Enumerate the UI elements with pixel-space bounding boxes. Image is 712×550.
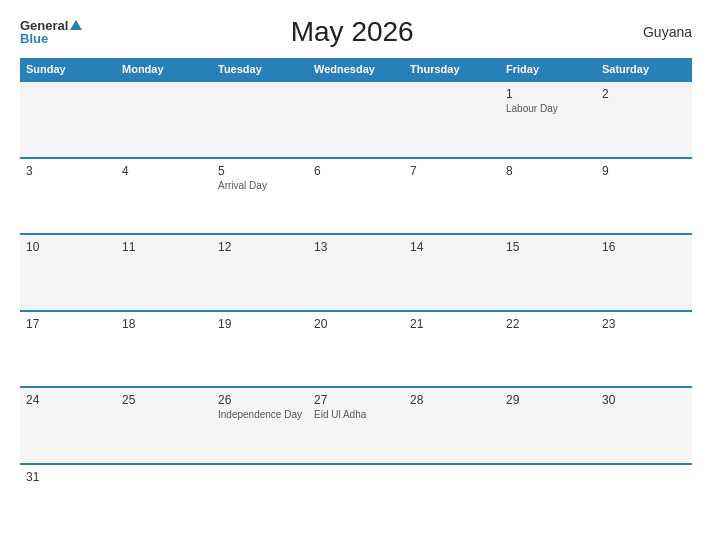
- calendar-week-row: 31: [20, 464, 692, 541]
- header-friday: Friday: [500, 58, 596, 81]
- calendar-cell: [308, 464, 404, 541]
- calendar-cell: [20, 81, 116, 158]
- day-number: 14: [410, 240, 494, 254]
- day-number: 6: [314, 164, 398, 178]
- calendar-header: General Blue May 2026 Guyana: [20, 16, 692, 48]
- calendar-cell: 10: [20, 234, 116, 311]
- calendar-cell: 5Arrival Day: [212, 158, 308, 235]
- header-saturday: Saturday: [596, 58, 692, 81]
- calendar-cell: 9: [596, 158, 692, 235]
- logo-blue-text: Blue: [20, 32, 48, 45]
- day-number: 8: [506, 164, 590, 178]
- logo: General Blue: [20, 19, 82, 45]
- calendar-week-row: 10111213141516: [20, 234, 692, 311]
- header-wednesday: Wednesday: [308, 58, 404, 81]
- calendar-page: General Blue May 2026 Guyana Sunday Mond…: [0, 0, 712, 550]
- day-number: 19: [218, 317, 302, 331]
- day-number: 3: [26, 164, 110, 178]
- calendar-cell: 25: [116, 387, 212, 464]
- day-number: 13: [314, 240, 398, 254]
- calendar-cell: [404, 464, 500, 541]
- day-number: 30: [602, 393, 686, 407]
- calendar-cell: 2: [596, 81, 692, 158]
- day-number: 2: [602, 87, 686, 101]
- calendar-week-row: 1Labour Day2: [20, 81, 692, 158]
- day-number: 24: [26, 393, 110, 407]
- calendar-cell: 14: [404, 234, 500, 311]
- header-thursday: Thursday: [404, 58, 500, 81]
- day-number: 31: [26, 470, 110, 484]
- day-number: 20: [314, 317, 398, 331]
- header-monday: Monday: [116, 58, 212, 81]
- country-name: Guyana: [622, 24, 692, 40]
- day-number: 9: [602, 164, 686, 178]
- day-number: 7: [410, 164, 494, 178]
- day-number: 12: [218, 240, 302, 254]
- day-number: 25: [122, 393, 206, 407]
- calendar-cell: 19: [212, 311, 308, 388]
- day-number: 22: [506, 317, 590, 331]
- calendar-cell: 15: [500, 234, 596, 311]
- calendar-cell: 7: [404, 158, 500, 235]
- calendar-cell: 6: [308, 158, 404, 235]
- holiday-name: Arrival Day: [218, 180, 302, 191]
- day-number: 26: [218, 393, 302, 407]
- calendar-cell: [116, 81, 212, 158]
- calendar-cell: 21: [404, 311, 500, 388]
- calendar-title: May 2026: [82, 16, 622, 48]
- day-number: 17: [26, 317, 110, 331]
- day-number: 29: [506, 393, 590, 407]
- holiday-name: Independence Day: [218, 409, 302, 420]
- calendar-cell: 30: [596, 387, 692, 464]
- calendar-header-row: Sunday Monday Tuesday Wednesday Thursday…: [20, 58, 692, 81]
- calendar-cell: 26Independence Day: [212, 387, 308, 464]
- calendar-week-row: 17181920212223: [20, 311, 692, 388]
- calendar-cell: 22: [500, 311, 596, 388]
- calendar-table: Sunday Monday Tuesday Wednesday Thursday…: [20, 58, 692, 540]
- calendar-cell: 8: [500, 158, 596, 235]
- calendar-cell: [116, 464, 212, 541]
- calendar-cell: 3: [20, 158, 116, 235]
- calendar-cell: 17: [20, 311, 116, 388]
- days-of-week-row: Sunday Monday Tuesday Wednesday Thursday…: [20, 58, 692, 81]
- calendar-cell: [404, 81, 500, 158]
- holiday-name: Labour Day: [506, 103, 590, 114]
- calendar-cell: 27Eid Ul Adha: [308, 387, 404, 464]
- calendar-week-row: 345Arrival Day6789: [20, 158, 692, 235]
- calendar-cell: 18: [116, 311, 212, 388]
- header-sunday: Sunday: [20, 58, 116, 81]
- calendar-week-row: 242526Independence Day27Eid Ul Adha28293…: [20, 387, 692, 464]
- calendar-cell: 16: [596, 234, 692, 311]
- calendar-cell: 23: [596, 311, 692, 388]
- calendar-cell: 31: [20, 464, 116, 541]
- day-number: 15: [506, 240, 590, 254]
- day-number: 21: [410, 317, 494, 331]
- calendar-cell: 11: [116, 234, 212, 311]
- day-number: 1: [506, 87, 590, 101]
- calendar-cell: [596, 464, 692, 541]
- calendar-cell: [212, 464, 308, 541]
- day-number: 28: [410, 393, 494, 407]
- holiday-name: Eid Ul Adha: [314, 409, 398, 420]
- day-number: 5: [218, 164, 302, 178]
- day-number: 10: [26, 240, 110, 254]
- calendar-cell: 28: [404, 387, 500, 464]
- day-number: 16: [602, 240, 686, 254]
- calendar-cell: [500, 464, 596, 541]
- calendar-cell: 24: [20, 387, 116, 464]
- day-number: 27: [314, 393, 398, 407]
- header-tuesday: Tuesday: [212, 58, 308, 81]
- day-number: 23: [602, 317, 686, 331]
- day-number: 4: [122, 164, 206, 178]
- calendar-cell: [212, 81, 308, 158]
- day-number: 11: [122, 240, 206, 254]
- calendar-cell: 12: [212, 234, 308, 311]
- day-number: 18: [122, 317, 206, 331]
- calendar-body: 1Labour Day2345Arrival Day67891011121314…: [20, 81, 692, 540]
- calendar-cell: 1Labour Day: [500, 81, 596, 158]
- calendar-cell: 29: [500, 387, 596, 464]
- calendar-cell: 4: [116, 158, 212, 235]
- calendar-cell: 20: [308, 311, 404, 388]
- calendar-cell: [308, 81, 404, 158]
- calendar-cell: 13: [308, 234, 404, 311]
